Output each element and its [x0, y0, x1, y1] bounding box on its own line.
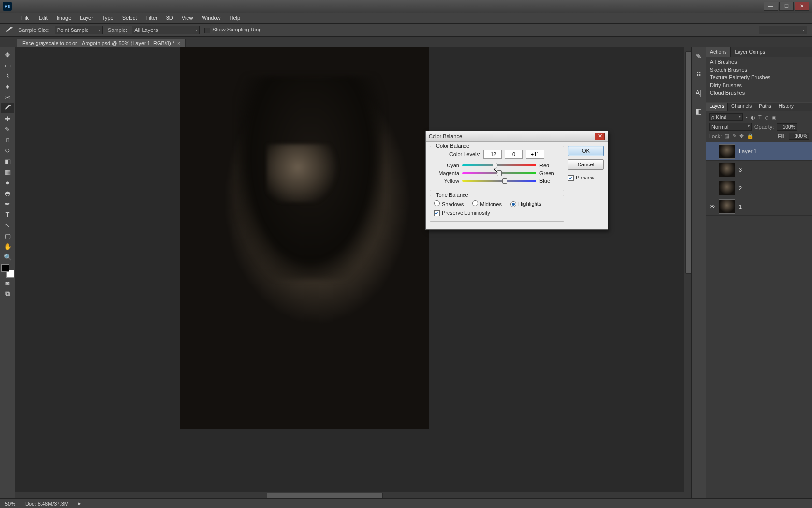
crop-tool-icon[interactable]: ✂	[1, 92, 14, 103]
list-item[interactable]: Texture Painterly Brushes	[707, 74, 811, 81]
layer-name[interactable]: 2	[739, 185, 742, 191]
preview-option[interactable]: Preview	[568, 175, 604, 181]
layer-row[interactable]: 3	[706, 161, 812, 179]
ok-button[interactable]: OK	[568, 146, 604, 156]
swatches-panel-icon[interactable]: ◧	[694, 106, 704, 116]
layer-row[interactable]: 2	[706, 179, 812, 197]
checkbox-icon[interactable]	[434, 210, 440, 216]
lock-position-icon[interactable]: ✥	[740, 133, 744, 139]
lock-pixels-icon[interactable]: ✎	[732, 133, 737, 139]
fill-input[interactable]: 100%	[789, 133, 809, 140]
layer-thumbnail[interactable]	[719, 181, 735, 195]
eyedropper-tool-icon[interactable]	[5, 26, 14, 34]
blend-mode-select[interactable]: Normal	[709, 123, 752, 131]
hand-tool-icon[interactable]: ✋	[1, 241, 14, 252]
dialog-titlebar[interactable]: Color Balance ✕	[426, 131, 608, 142]
document-canvas[interactable]	[180, 47, 429, 429]
color-level-yellow-blue-input[interactable]	[526, 150, 544, 159]
character-panel-icon[interactable]: A|	[694, 88, 704, 98]
layer-name[interactable]: 3	[739, 167, 742, 173]
brush-presets-panel-icon[interactable]: ⠿	[694, 70, 704, 79]
magenta-green-slider[interactable]	[462, 171, 536, 176]
list-item[interactable]: All Brushes	[707, 58, 811, 66]
path-select-tool-icon[interactable]: ↖	[1, 220, 14, 230]
lock-all-icon[interactable]: 🔒	[747, 133, 754, 139]
color-level-magenta-green-input[interactable]	[505, 150, 523, 159]
menu-view[interactable]: View	[178, 14, 197, 22]
checkbox-icon[interactable]	[568, 175, 574, 181]
window-minimize-button[interactable]: —	[764, 2, 778, 11]
foreground-color-swatch[interactable]	[1, 264, 9, 272]
zoom-tool-icon[interactable]: 🔍	[1, 252, 14, 262]
scrollbar-thumb[interactable]	[685, 51, 691, 274]
dialog-close-button[interactable]: ✕	[595, 133, 605, 140]
scrollbar-thumb[interactable]	[267, 493, 383, 498]
lock-transparency-icon[interactable]: ▨	[725, 133, 729, 139]
history-brush-tool-icon[interactable]: ↺	[1, 145, 14, 156]
show-sampling-ring-checkbox[interactable]	[204, 28, 210, 33]
gradient-tool-icon[interactable]: ▦	[1, 166, 14, 177]
color-level-cyan-red-input[interactable]	[483, 150, 502, 159]
eraser-tool-icon[interactable]: ◧	[1, 156, 14, 166]
shape-tool-icon[interactable]: ▢	[1, 230, 14, 241]
brush-tool-icon[interactable]: ✎	[1, 124, 14, 134]
menu-help[interactable]: Help	[226, 14, 245, 22]
zoom-level[interactable]: 50%	[5, 501, 15, 507]
marquee-tool-icon[interactable]: ▭	[1, 60, 14, 71]
shadows-radio-option[interactable]: Shadows	[434, 200, 464, 207]
foreground-background-swatch[interactable]	[1, 264, 14, 278]
healing-brush-tool-icon[interactable]: ✚	[1, 113, 14, 124]
menu-layer[interactable]: Layer	[76, 14, 97, 22]
preserve-luminosity-option[interactable]: Preserve Luminosity	[434, 210, 490, 216]
highlights-radio-option[interactable]: Highlights	[510, 201, 541, 207]
opacity-input[interactable]: 100%	[777, 123, 797, 131]
menu-file[interactable]: File	[17, 14, 34, 22]
screen-mode-icon[interactable]: ⧉	[1, 288, 14, 299]
layer-thumbnail[interactable]	[719, 199, 735, 214]
cyan-red-slider[interactable]	[462, 163, 536, 168]
layer-name[interactable]: 1	[739, 204, 742, 209]
filter-shape-icon[interactable]: ◇	[765, 114, 768, 120]
close-icon[interactable]: ×	[177, 41, 180, 46]
tab-layers[interactable]: Layers	[706, 103, 728, 111]
slider-handle[interactable]	[502, 178, 507, 184]
layer-thumbnail[interactable]	[719, 163, 735, 177]
vertical-scrollbar[interactable]	[684, 47, 691, 498]
menu-filter[interactable]: Filter	[142, 14, 161, 22]
workspace-switcher[interactable]	[759, 26, 807, 34]
slider-handle[interactable]	[493, 163, 497, 168]
quick-mask-icon[interactable]: ◙	[1, 278, 14, 288]
sample-select[interactable]: All Layers	[132, 26, 200, 34]
quick-select-tool-icon[interactable]: ✦	[1, 81, 14, 92]
filter-pixel-icon[interactable]: ▪	[746, 114, 748, 120]
menu-type[interactable]: Type	[98, 14, 117, 22]
eyedropper-tool-icon[interactable]	[1, 103, 14, 113]
midtones-radio-option[interactable]: Midtones	[472, 200, 502, 207]
radio-icon[interactable]	[510, 201, 516, 207]
pen-tool-icon[interactable]: ✒	[1, 198, 14, 209]
slider-handle[interactable]	[497, 170, 502, 176]
canvas-area[interactable]	[15, 47, 691, 498]
list-item[interactable]: Sketch Brushes	[707, 66, 811, 74]
layer-filter-select[interactable]: ρ Kind	[709, 113, 743, 121]
sample-size-select[interactable]: Point Sample	[55, 26, 103, 34]
cancel-button[interactable]: Cancel	[568, 159, 604, 170]
layer-row[interactable]: 👁 1	[706, 197, 812, 216]
filter-adjustment-icon[interactable]: ◐	[751, 114, 755, 120]
radio-icon[interactable]	[434, 200, 440, 206]
status-caret-icon[interactable]: ▸	[78, 500, 81, 507]
menu-window[interactable]: Window	[198, 14, 224, 22]
window-maximize-button[interactable]: ☐	[779, 2, 794, 11]
clone-stamp-tool-icon[interactable]: ⎍	[1, 134, 14, 145]
tab-actions[interactable]: Actions	[706, 47, 731, 57]
horizontal-scrollbar[interactable]	[15, 492, 684, 498]
brush-panel-icon[interactable]: ✎	[694, 51, 704, 61]
document-tab[interactable]: Face grayscale to color - Arogoth.psd @ …	[17, 39, 186, 47]
layer-row[interactable]: Layer 1	[706, 142, 812, 161]
tab-history[interactable]: History	[775, 103, 798, 111]
list-item[interactable]: Cloud Brushes	[707, 89, 811, 97]
visibility-toggle-icon[interactable]: 👁	[706, 203, 719, 210]
tab-channels[interactable]: Channels	[728, 103, 755, 111]
menu-image[interactable]: Image	[53, 14, 75, 22]
tab-paths[interactable]: Paths	[755, 103, 775, 111]
